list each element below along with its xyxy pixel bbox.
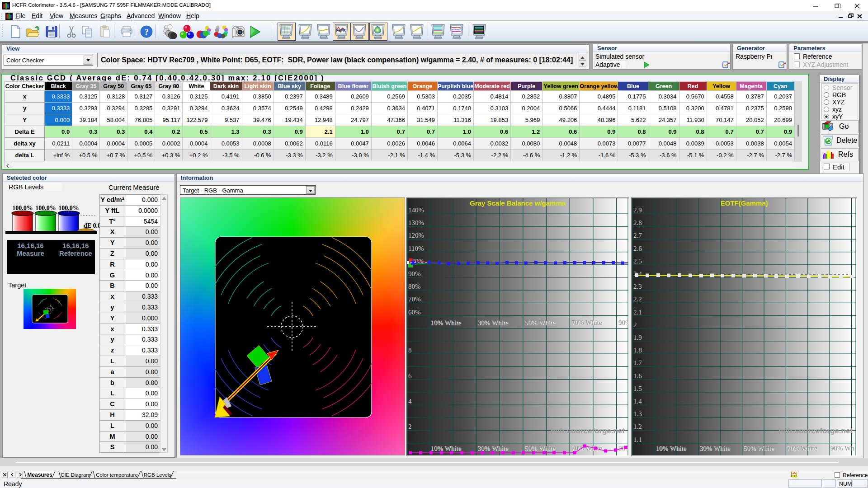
svg-text:Color temperature: Color temperature	[96, 472, 138, 478]
svg-text:RGB Levels: RGB Levels	[144, 472, 172, 478]
svg-text:Measures: Measures	[27, 472, 52, 478]
svg-text:CIE Diagram: CIE Diagram	[61, 472, 90, 478]
